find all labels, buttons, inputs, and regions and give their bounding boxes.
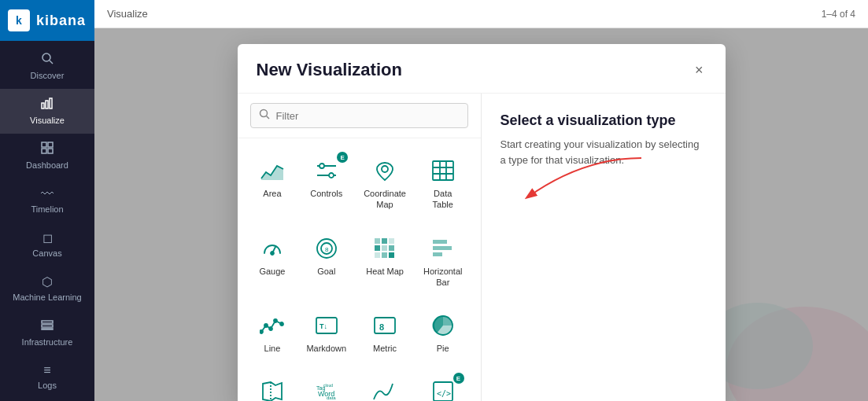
svg-point-0 [42,53,50,61]
markdown-icon: T↓ [312,311,341,340]
sidebar-item-machine-learning[interactable]: ⬡ Machine Learning [0,267,94,311]
svg-rect-4 [50,98,52,109]
viz-item-markdown[interactable]: T↓ Markdown [301,303,352,362]
svg-rect-35 [389,238,394,244]
dashboard-icon [41,142,54,157]
svg-rect-2 [42,103,44,109]
canvas-icon: ◻ [42,230,53,245]
sidebar-item-infra-label: Infrastructure [22,337,73,348]
sidebar-item-visualize[interactable]: Visualize [0,89,94,134]
svg-point-49 [280,322,283,326]
viz-pie-label: Pie [437,343,449,354]
viz-item-goal[interactable]: 8 Goal [301,226,352,297]
viz-item-horizontal-bar[interactable]: Horizontal Bar [418,226,468,297]
sidebar-item-logs[interactable]: ≡ Logs [0,355,94,399]
svg-point-23 [382,166,388,172]
main-content: Visualize 1–4 of 4 New Visualization × [94,0,868,401]
infra-icon [41,318,54,334]
sidebar-item-dashboard-label: Dashboard [26,160,68,171]
search-icon [259,109,270,123]
heat-map-icon [371,234,399,263]
sidebar-item-canvas[interactable]: ◻ Canvas [0,223,94,267]
svg-rect-8 [48,149,53,153]
coordinate-map-icon [371,156,399,185]
sidebar-item-infrastructure[interactable]: Infrastructure [0,311,94,355]
visualize-icon [41,97,54,112]
svg-rect-5 [42,142,46,147]
pie-chart-icon [429,311,457,340]
viz-item-heat-map[interactable]: Heat Map [358,226,412,297]
viz-type-grid: Area Controls E [238,138,481,401]
right-panel-description: Start creating your visualization by sel… [500,137,707,167]
topbar: Visualize 1–4 of 4 [94,0,868,28]
viz-item-metric[interactable]: 8 Metric [358,303,412,362]
logs-icon: ≡ [43,363,50,377]
svg-text:cloud: cloud [323,383,333,388]
line-chart-icon [258,311,286,340]
svg-rect-42 [433,240,447,244]
viz-item-data-table[interactable]: Data Table [418,148,468,219]
svg-rect-9 [42,321,53,323]
viz-item-timelion[interactable]: Timelion [358,369,412,401]
modal-overlay: New Visualization × [94,28,868,401]
svg-rect-24 [433,161,453,180]
area-chart-icon [258,156,286,185]
viz-type-list-panel: Area Controls E [238,94,482,401]
breadcrumb: Visualize [107,8,148,20]
viz-item-area[interactable]: Area [250,148,295,219]
controls-icon [312,156,341,185]
viz-item-gauge[interactable]: Gauge [250,226,295,297]
sidebar-item-discover[interactable]: Discover [0,44,94,89]
modal-header: New Visualization × [238,44,726,94]
svg-rect-3 [46,101,48,109]
svg-rect-43 [433,246,452,250]
horizontal-bar-icon [429,234,457,263]
viz-item-tag-cloud[interactable]: TagcloudWorddata Tag Cloud [301,369,352,401]
modal-close-button[interactable]: × [692,60,707,80]
content-area: New Visualization × [94,28,868,401]
viz-item-coordinate-map[interactable]: Coordinate Map [358,148,412,219]
timelion-icon: 〰 [41,187,54,201]
svg-text:T↓: T↓ [319,322,327,330]
sidebar-item-logs-label: Logs [38,381,57,391]
filter-input-wrap[interactable] [250,103,468,128]
gauge-icon [258,234,286,263]
viz-area-label: Area [263,188,281,199]
viz-item-vega[interactable]: </> Vega E [418,369,468,401]
svg-rect-38 [389,245,394,251]
sidebar-item-timelion[interactable]: 〰 Timelion [0,179,94,223]
svg-point-47 [269,327,272,330]
viz-item-region-map[interactable]: Region Map [250,369,295,401]
viz-heat-map-label: Heat Map [366,266,404,277]
viz-metric-label: Metric [373,343,397,354]
new-visualization-modal: New Visualization × [238,44,726,401]
viz-item-pie[interactable]: Pie [418,303,468,362]
viz-item-line[interactable]: Line [250,303,295,362]
tag-cloud-icon: TagcloudWorddata [312,377,341,401]
data-table-icon [429,156,457,185]
svg-point-14 [260,110,267,117]
viz-controls-label: Controls [310,188,342,199]
svg-rect-6 [48,142,53,147]
discover-icon [41,52,54,68]
kibana-logo-icon: k [8,9,30,31]
svg-rect-52 [375,318,395,333]
logo: k kibana [0,0,94,41]
viz-item-controls[interactable]: Controls E [301,148,352,219]
svg-point-45 [260,330,263,333]
metric-icon: 8 [371,311,399,340]
page-count: 1–4 of 4 [822,9,855,20]
sidebar-item-discover-label: Discover [31,71,65,81]
timelion-chart-icon [371,377,399,401]
svg-rect-40 [382,252,387,258]
svg-rect-44 [433,252,442,256]
svg-point-48 [274,319,277,322]
filter-input[interactable] [276,110,460,122]
svg-rect-37 [382,245,387,251]
sidebar-item-dashboard[interactable]: Dashboard [0,134,94,178]
viz-description-panel: Select a visualization type Start creati… [482,94,726,401]
kibana-logo-text: kibana [36,13,86,29]
svg-rect-10 [42,325,53,327]
vega-icon: </> [429,377,457,401]
svg-text:8: 8 [379,322,384,332]
